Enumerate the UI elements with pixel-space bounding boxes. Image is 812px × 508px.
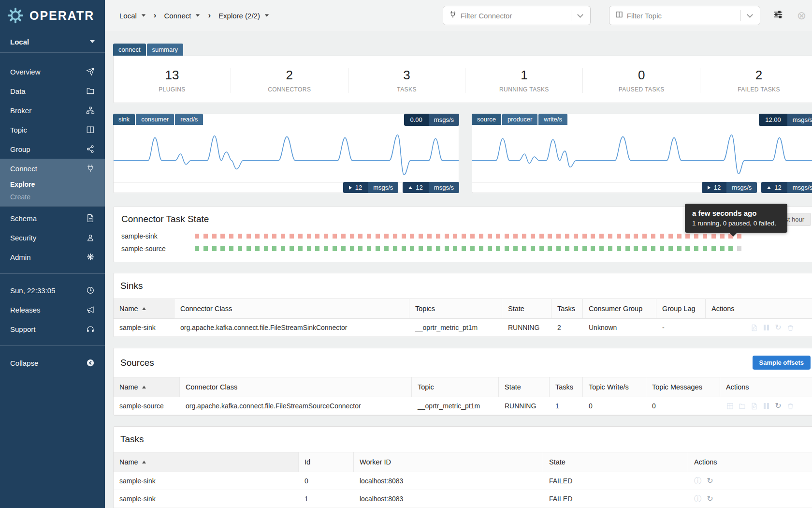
column-header-state[interactable]: State — [543, 452, 688, 472]
task-name-cell[interactable]: sample-sink — [114, 472, 299, 490]
column-header-topic-messages[interactable]: Topic Messages — [646, 377, 720, 397]
file-code-icon[interactable] — [750, 402, 758, 410]
summary-tags: connect summary — [113, 44, 812, 56]
column-header-topic-writes[interactable]: Topic Write/s — [583, 377, 646, 397]
rate-value: 0.00 — [404, 114, 429, 126]
sidebar-item-support[interactable]: Support — [0, 319, 105, 339]
sidebar-item-group[interactable]: Group — [0, 139, 105, 159]
cluster-selector[interactable]: Local — [0, 31, 105, 52]
gear-logo-icon — [6, 6, 25, 25]
column-header-name[interactable]: Name — [114, 377, 180, 397]
task-state-square — [470, 234, 475, 239]
column-header-consumer-group[interactable]: Consumer Group — [583, 299, 656, 319]
stat-label: CONNECTORS — [231, 86, 348, 93]
sidebar-item-admin[interactable]: Admin — [0, 247, 105, 267]
column-header-tasks[interactable]: Tasks — [550, 377, 583, 397]
sink-name-cell[interactable]: sample-sink — [114, 319, 174, 337]
sidebar-subitem-create[interactable]: Create — [0, 191, 105, 203]
sidebar-subitem-explore[interactable]: Explore — [0, 178, 105, 191]
folder-icon[interactable] — [738, 402, 746, 410]
sliders-icon[interactable] — [773, 9, 783, 22]
sidebar-item-topic[interactable]: Topic — [0, 120, 105, 139]
breadcrumb-separator-icon: › — [153, 11, 158, 20]
column-header-id[interactable]: Id — [299, 452, 354, 472]
source-name-cell[interactable]: sample-source — [114, 397, 180, 415]
breadcrumb-explore[interactable]: Explore (2/2) — [218, 12, 269, 20]
task-state-square — [307, 246, 311, 251]
connect-section: Connect Explore Create — [0, 159, 105, 206]
stat-value: 0 — [583, 68, 700, 83]
restart-icon[interactable]: ↻ — [774, 324, 782, 331]
task-id-cell: 1 — [299, 490, 354, 508]
breadcrumb: Local › Connect › Explore (2/2) — [119, 11, 269, 20]
task-state-square — [462, 234, 466, 239]
info-icon[interactable]: ⓘ — [694, 477, 702, 485]
column-header-connector-class[interactable]: Connector Class — [180, 377, 412, 397]
column-header-tasks[interactable]: Tasks — [551, 299, 583, 319]
task-state-square — [531, 246, 535, 251]
pause-icon[interactable] — [762, 402, 770, 410]
chevron-down-icon — [196, 14, 200, 16]
collapse-button[interactable]: Collapse — [0, 353, 105, 373]
breadcrumb-cluster[interactable]: Local — [119, 12, 146, 20]
task-state-square — [324, 234, 328, 239]
sidebar-item-data[interactable]: Data — [0, 81, 105, 101]
column-header-group-lag[interactable]: Group Lag — [656, 299, 706, 319]
columns-icon — [615, 11, 623, 20]
stat-paused-tasks: 0 PAUSED TASKS — [582, 68, 700, 93]
column-header-name[interactable]: Name — [114, 299, 174, 319]
sidebar-item-security[interactable]: Security — [0, 228, 105, 247]
sources-card: Sources Sample offsets Name Connector Cl… — [113, 348, 812, 416]
task-state-square — [436, 246, 440, 251]
restart-icon[interactable]: ↻ — [774, 402, 782, 410]
grid-icon[interactable] — [726, 402, 734, 410]
sink-topics-cell[interactable]: __oprtr_metric_pt1m — [409, 319, 502, 337]
sidebar-item-connect[interactable]: Connect — [0, 159, 105, 178]
sink-out-badge: 12 msgs/s — [403, 182, 459, 193]
column-header-connector-class[interactable]: Connector Class — [174, 299, 409, 319]
filter-connector-select[interactable]: Filter Connector — [443, 6, 591, 25]
sidebar-item-clock: Sun, 22:33:05 — [0, 281, 105, 300]
task-state-square — [255, 234, 260, 239]
column-header-topics[interactable]: Topics — [409, 299, 502, 319]
sample-offsets-button[interactable]: Sample offsets — [753, 356, 811, 370]
stat-plugins: 13 PLUGINS — [114, 68, 231, 93]
task-state-square — [479, 234, 483, 239]
breadcrumb-label: Explore (2/2) — [218, 12, 260, 20]
source-state-cell: RUNNING — [499, 397, 550, 415]
file-code-icon[interactable] — [750, 324, 758, 331]
restart-icon[interactable]: ↻ — [706, 495, 714, 503]
filter-topic-select[interactable]: Filter Topic — [609, 6, 760, 25]
column-header-state[interactable]: State — [499, 377, 550, 397]
task-state-square — [574, 246, 578, 251]
column-header-topic[interactable]: Topic — [412, 377, 499, 397]
sink-rate-badge: 0.00 msgs/s — [404, 114, 459, 126]
tag-summary: summary — [147, 44, 183, 56]
sidebar-item-releases[interactable]: Releases — [0, 300, 105, 319]
info-icon[interactable]: ⓘ — [694, 495, 702, 503]
column-header-state[interactable]: State — [502, 299, 551, 319]
rate-unit: msgs/s — [429, 114, 459, 126]
trash-icon[interactable] — [786, 324, 794, 331]
column-header-name[interactable]: Name — [114, 452, 299, 472]
sort-asc-icon — [142, 386, 146, 388]
pause-icon[interactable] — [762, 324, 770, 331]
task-state-square — [574, 234, 578, 239]
task-state-square — [737, 246, 741, 251]
app-title: OPERATR — [29, 9, 94, 23]
sidebar-item-broker[interactable]: Broker — [0, 101, 105, 120]
task-state-square — [522, 246, 526, 251]
sidebar-item-overview[interactable]: Overview — [0, 62, 105, 81]
source-topic-cell[interactable]: __oprtr_metric_pt1m — [412, 397, 499, 415]
column-header-worker-id[interactable]: Worker ID — [354, 452, 543, 472]
breadcrumb-label: Connect — [164, 12, 191, 20]
sidebar-item-schema[interactable]: Schema — [0, 209, 105, 228]
close-circle-icon[interactable]: ⊗ — [797, 10, 806, 21]
sidebar-tools: Schema Security Admin — [0, 209, 105, 267]
sink-tasks-cell: 2 — [551, 319, 583, 337]
task-name-cell[interactable]: sample-sink — [114, 490, 299, 508]
breadcrumb-connect[interactable]: Connect — [164, 12, 201, 20]
trash-icon[interactable] — [786, 402, 794, 410]
restart-icon[interactable]: ↻ — [706, 477, 714, 485]
task-state-square — [470, 246, 475, 251]
